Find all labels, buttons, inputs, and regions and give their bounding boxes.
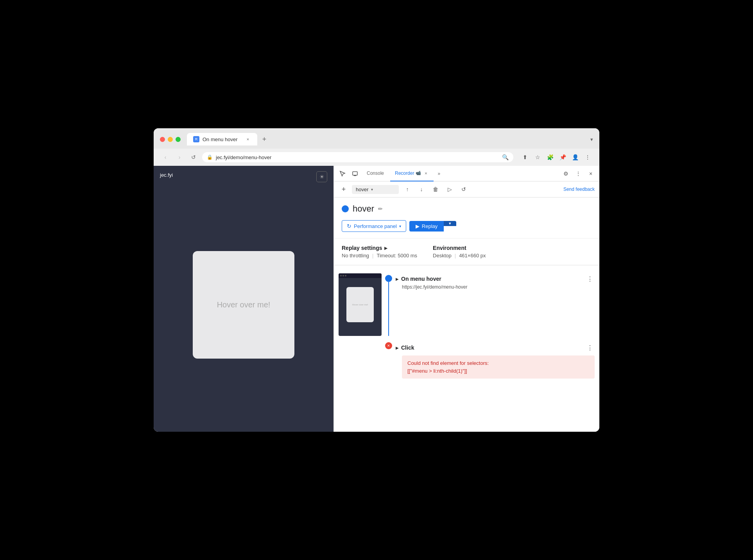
step2-connector bbox=[385, 342, 393, 349]
performance-panel-btn[interactable]: ↻ Performance panel ▾ bbox=[342, 220, 406, 232]
upload-icon: ↑ bbox=[406, 186, 409, 192]
thumbnail-inner: Hover over me! bbox=[346, 287, 374, 322]
devtools-settings-btn[interactable]: ⚙ bbox=[560, 168, 571, 179]
replay-label: Replay bbox=[422, 223, 437, 229]
step2-content: ▶ Click ⋮ Could not find element for sel… bbox=[396, 342, 595, 379]
profile-icon[interactable]: 👤 bbox=[570, 152, 581, 163]
svg-rect-0 bbox=[353, 172, 357, 175]
step1-more-btn[interactable]: ⋮ bbox=[585, 274, 595, 284]
thumb-dot3 bbox=[345, 275, 346, 276]
title-bar: R On menu hover × + ▾ bbox=[154, 128, 599, 149]
browser-toolbar-icons: ⬆ ☆ 🧩 📌 👤 ⋮ bbox=[520, 152, 593, 163]
back-icon: ‹ bbox=[165, 154, 167, 160]
reload-btn[interactable]: ↺ bbox=[188, 152, 199, 163]
menu-icon[interactable]: ⋮ bbox=[582, 152, 593, 163]
sun-icon[interactable]: ☀ bbox=[316, 171, 327, 182]
step2-chevron: ▶ bbox=[396, 346, 399, 350]
recording-content: hover ✏ ↻ Performance panel ▾ ▶ Replay bbox=[334, 197, 599, 239]
step1-chevron: ▶ bbox=[396, 277, 399, 281]
download-icon: ↓ bbox=[420, 186, 423, 192]
recording-status-dot bbox=[342, 205, 349, 212]
tab-title: On menu hover bbox=[203, 136, 238, 142]
play-btn[interactable]: ▷ bbox=[444, 184, 455, 195]
webpage-panel: jec.fyi ☀ Hover over me! bbox=[154, 166, 333, 432]
bookmark-icon[interactable]: ☆ bbox=[532, 152, 543, 163]
recorder-toolbar: + hover ▾ ↑ ↓ 🗑 ▷ ↺ bbox=[334, 181, 599, 197]
step2-more-btn[interactable]: ⋮ bbox=[585, 343, 595, 352]
tab-close-btn[interactable]: × bbox=[245, 136, 251, 142]
step1-content: ▶ On menu hover ⋮ https://jec.fyi/demo/m… bbox=[396, 273, 595, 290]
traffic-light-yellow[interactable] bbox=[168, 137, 173, 142]
recorder-tab-close[interactable]: × bbox=[423, 170, 429, 176]
replay-settings-title[interactable]: Replay settings ▶ bbox=[342, 245, 417, 251]
tab-console[interactable]: Console bbox=[362, 166, 389, 181]
recording-select-text: hover bbox=[356, 187, 369, 192]
toggle-device-icon[interactable] bbox=[350, 168, 360, 179]
environment-detail: Desktop | 461×660 px bbox=[433, 253, 486, 258]
traffic-lights bbox=[160, 137, 181, 142]
thumb-dot2 bbox=[342, 275, 344, 276]
lock-icon: 🔒 bbox=[207, 154, 213, 160]
replay-play-icon: ▶ bbox=[416, 223, 420, 229]
steps-section: Hover over me! ▶ On menu hover bbox=[334, 266, 599, 432]
share-icon[interactable]: ⬆ bbox=[520, 152, 531, 163]
replay-toolbar-icon: ↺ bbox=[461, 186, 466, 192]
back-btn[interactable]: ‹ bbox=[160, 152, 171, 163]
replay-settings-section: Replay settings ▶ No throttling | Timeou… bbox=[334, 239, 599, 265]
replay-dropdown-chevron: ▾ bbox=[449, 221, 451, 226]
svg-rect-1 bbox=[354, 175, 356, 176]
hover-card[interactable]: Hover over me! bbox=[193, 251, 294, 359]
address-bar-row: ‹ › ↺ 🔒 jec.fyi/demo/menu-hover 🔍 ⬆ ☆ 🧩 … bbox=[154, 149, 599, 166]
title-bar-top: R On menu hover × + ▾ bbox=[160, 133, 593, 145]
perf-icon: ↻ bbox=[347, 223, 351, 229]
step1-connector bbox=[385, 273, 393, 336]
pin-icon[interactable]: 📌 bbox=[557, 152, 568, 163]
replay-btn-group: ▶ Replay ▾ bbox=[409, 221, 456, 232]
replay-settings-detail: No throttling | Timeout: 5000 ms bbox=[342, 253, 417, 258]
new-tab-btn[interactable]: + bbox=[259, 134, 270, 145]
step1-title: On menu hover bbox=[401, 276, 441, 282]
address-bar[interactable]: 🔒 jec.fyi/demo/menu-hover 🔍 bbox=[202, 152, 513, 162]
step2-error-box: Could not find element for selectors: [[… bbox=[402, 355, 595, 379]
forward-btn[interactable]: › bbox=[174, 152, 185, 163]
devtools-close-btn[interactable]: × bbox=[585, 168, 596, 179]
edit-recording-name-icon[interactable]: ✏ bbox=[378, 206, 383, 212]
extension-icon[interactable]: 🧩 bbox=[545, 152, 556, 163]
replay-icon-btn[interactable]: ↺ bbox=[458, 184, 469, 195]
replay-settings-row: Replay settings ▶ No throttling | Timeou… bbox=[342, 245, 592, 258]
tab-recorder[interactable]: Recorder 📹 × bbox=[390, 166, 434, 181]
upload-btn[interactable]: ↑ bbox=[402, 184, 413, 195]
settings-right-col: Environment Desktop | 461×660 px bbox=[433, 245, 486, 258]
traffic-light-green[interactable] bbox=[176, 137, 181, 142]
forward-icon: › bbox=[179, 154, 181, 160]
step2-header[interactable]: ▶ Click ⋮ bbox=[396, 343, 595, 352]
hover-card-container: Hover over me! bbox=[160, 184, 327, 425]
thumbnail-hover-text: Hover over me! bbox=[352, 303, 368, 306]
step2-error-text: Could not find element for selectors: [[… bbox=[407, 359, 589, 375]
add-recording-btn[interactable]: + bbox=[339, 184, 349, 194]
hover-card-text: Hover over me! bbox=[217, 300, 271, 309]
step1-thumbnail: Hover over me! bbox=[339, 273, 382, 336]
traffic-light-red[interactable] bbox=[160, 137, 165, 142]
devtools-header: Console Recorder 📹 × » ⚙ ⋮ × bbox=[334, 166, 599, 181]
element-picker-icon[interactable] bbox=[337, 168, 348, 179]
address-search-icon: 🔍 bbox=[502, 154, 509, 160]
delete-icon: 🗑 bbox=[433, 186, 438, 192]
step1-header[interactable]: ▶ On menu hover ⋮ bbox=[396, 274, 595, 284]
perf-label: Performance panel bbox=[354, 223, 397, 229]
browser-tab[interactable]: R On menu hover × bbox=[187, 133, 257, 145]
step1-line bbox=[388, 282, 389, 336]
devtools-more-tabs[interactable]: » bbox=[435, 171, 443, 176]
webpage-title: jec.fyi bbox=[160, 172, 327, 178]
send-feedback-link[interactable]: Send feedback bbox=[563, 187, 595, 192]
replay-dropdown-btn[interactable]: ▾ bbox=[444, 221, 456, 226]
replay-main-btn[interactable]: ▶ Replay bbox=[409, 221, 444, 232]
table-row: ▶ Click ⋮ Could not find element for sel… bbox=[334, 339, 599, 382]
download-btn[interactable]: ↓ bbox=[416, 184, 427, 195]
devtools-right-icons: ⚙ ⋮ × bbox=[560, 168, 596, 179]
delete-btn[interactable]: 🗑 bbox=[430, 184, 441, 195]
recording-select[interactable]: hover ▾ bbox=[352, 185, 399, 194]
replay-settings-chevron: ▶ bbox=[384, 246, 387, 250]
devtools-more-btn[interactable]: ⋮ bbox=[573, 168, 584, 179]
table-row: Hover over me! ▶ On menu hover bbox=[334, 270, 599, 339]
